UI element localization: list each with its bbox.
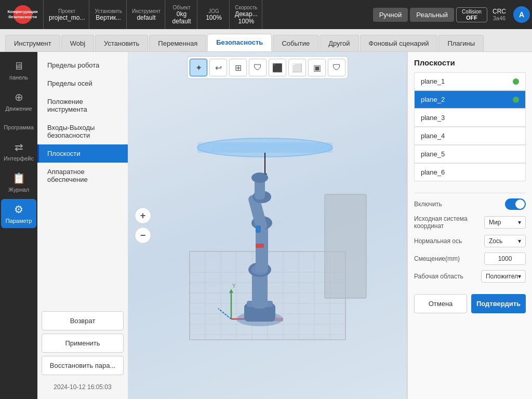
project-label: Проект <box>58 8 75 14</box>
tool-label: Инструмент <box>132 8 161 14</box>
speed-label: Скорость <box>235 5 257 10</box>
main-layout: 🖥 панель⊕ Движение Программа⇄ Интерфейс📋… <box>0 52 532 399</box>
svg-rect-43 <box>256 244 264 248</box>
tab-install[interactable]: Установить <box>95 35 148 51</box>
menu-item-axis-limits[interactable]: Пределы осей <box>37 74 128 92</box>
speed-value2: 100% <box>238 18 255 25</box>
plane_5-label: plane_5 <box>421 150 445 158</box>
robot-svg: Xbase Y <box>148 90 387 361</box>
install-value: Вертик... <box>96 14 121 21</box>
project-value: project_mo... <box>49 14 85 21</box>
topbar-tool[interactable]: Инструмент default <box>128 0 165 29</box>
robot-scene: Xbase Y <box>128 52 407 399</box>
object-label: Объект <box>173 5 191 10</box>
sidebar-item-param[interactable]: ⚙ Параметр <box>1 199 36 228</box>
offset-input[interactable] <box>484 252 526 265</box>
topbar-jog[interactable]: JOG 100% <box>198 0 230 29</box>
topbar-speed[interactable]: Скорость Декар... 100% <box>231 0 262 29</box>
avatar[interactable]: A <box>513 6 530 23</box>
normal-label: Нормальная ось <box>414 237 484 245</box>
param-icon: ⚙ <box>14 203 23 216</box>
tab-safety[interactable]: Безопасность <box>207 34 272 51</box>
menu-item-planes[interactable]: Плоскости <box>37 144 128 163</box>
menu-item-hardware[interactable]: Аппаратное обеспечение <box>37 163 128 189</box>
sidebar-item-panel[interactable]: 🖥 панель <box>1 56 36 85</box>
topbar-project[interactable]: Проект project_mo... <box>45 0 89 29</box>
workspace-row: Рабочая область Положител ▾ <box>414 270 526 283</box>
object-value: 0kg <box>177 10 187 18</box>
left-menu: Пределы роботаПределы осейПоложение инст… <box>37 52 128 399</box>
plane-item-plane_5[interactable]: plane_5 <box>414 145 526 163</box>
enable-row: Включить <box>414 198 526 210</box>
tab-other[interactable]: Другой <box>320 35 358 51</box>
normal-chevron-icon: ▾ <box>518 237 521 245</box>
topbar-install[interactable]: Установить Вертик... <box>90 0 127 29</box>
plane-item-plane_6[interactable]: plane_6 <box>414 163 526 181</box>
tab-plugins[interactable]: Плагины <box>438 35 484 51</box>
normal-value: Zось <box>489 237 502 245</box>
enable-toggle[interactable] <box>505 198 526 210</box>
plane-item-plane_1[interactable]: plane_1 <box>414 72 526 90</box>
collision-label: Collision <box>462 9 482 15</box>
menu-item-robot-limits[interactable]: Пределы робота <box>37 56 128 74</box>
interface-icon: ⇄ <box>15 141 23 153</box>
apply-button[interactable]: Применить <box>42 334 124 353</box>
menu-item-tool-position[interactable]: Положение инструмента <box>37 92 128 118</box>
plane_1-label: plane_1 <box>421 77 445 85</box>
offset-row: Смещение(mm) <box>414 252 526 265</box>
normal-select[interactable]: Zось ▾ <box>484 235 526 247</box>
workspace-chevron-icon: ▾ <box>518 273 521 280</box>
tab-tool[interactable]: Инструмент <box>5 35 60 51</box>
coord-select[interactable]: Мир ▾ <box>484 216 526 229</box>
left-sidebar: 🖥 панель⊕ Движение Программа⇄ Интерфейс📋… <box>0 52 37 399</box>
install-label: Установить <box>95 8 122 14</box>
sidebar-item-program[interactable]: Программа <box>1 118 36 135</box>
journal-label: Журнал <box>8 187 29 193</box>
svg-rect-27 <box>197 142 332 153</box>
collision-value: OFF <box>466 15 477 21</box>
crc-box[interactable]: CRC 3а46 <box>489 8 509 21</box>
object-value2: default <box>172 18 191 25</box>
jog-label: JOG <box>208 8 219 14</box>
plane-item-plane_3[interactable]: plane_3 <box>414 109 526 127</box>
restore-button[interactable]: Восстановить пара... <box>42 356 124 375</box>
topbar-object[interactable]: Объект 0kg default <box>166 0 197 29</box>
confirm-button[interactable]: Подтвердить <box>471 294 526 313</box>
plane_3-label: plane_3 <box>421 114 445 122</box>
action-buttons: Отмена Подтвердить <box>414 294 526 313</box>
tab-event[interactable]: Событие <box>273 35 318 51</box>
sidebar-item-move[interactable]: ⊕ Движение <box>1 87 36 116</box>
workspace-select[interactable]: Положител ▾ <box>481 270 526 283</box>
crc-value: 3а46 <box>493 15 506 21</box>
config-button[interactable]: Конфигурация безопасности <box>2 0 44 29</box>
plane_2-label: plane_2 <box>421 96 445 103</box>
plane_1-dot <box>513 78 519 85</box>
speed-value: Декар... <box>235 10 258 18</box>
sidebar-item-journal[interactable]: 📋 Журнал <box>1 168 36 197</box>
real-button[interactable]: Реальный <box>410 8 454 22</box>
toggle-knob <box>515 200 525 209</box>
plane_6-label: plane_6 <box>421 168 445 176</box>
return-button[interactable]: Возврат <box>42 311 124 330</box>
tab-bgscene[interactable]: Фоновый сценарий <box>360 35 438 51</box>
collision-box[interactable]: Collision OFF <box>456 7 487 22</box>
plane-item-plane_2[interactable]: plane_2 <box>414 90 526 109</box>
menu-item-io-safety[interactable]: Входы-Выходы безопасности <box>37 118 128 144</box>
coord-value: Мир <box>489 219 501 226</box>
jog-value: 100% <box>206 14 222 21</box>
svg-text:Y: Y <box>232 283 236 289</box>
crc-label: CRC <box>493 8 506 15</box>
sidebar-item-interface[interactable]: ⇄ Интерфейс <box>1 137 36 166</box>
cancel-button[interactable]: Отмена <box>414 294 467 313</box>
offset-label: Смещение(mm) <box>414 255 484 262</box>
coord-label: Исходная система координат <box>414 215 484 230</box>
manual-button[interactable]: Ручной <box>373 8 408 22</box>
panel-title: Плоскости <box>414 58 526 67</box>
param-label: Параметр <box>6 218 32 224</box>
tab-wobj[interactable]: Wobj <box>61 35 94 51</box>
tab-variable[interactable]: Переменная <box>149 35 206 51</box>
move-label: Движение <box>5 105 32 112</box>
plane-item-plane_4[interactable]: plane_4 <box>414 127 526 145</box>
datetime: 2024-10-12 16:05:03 <box>37 379 128 395</box>
bottom-buttons: ВозвратПрименитьВосстановить пара... <box>37 307 128 379</box>
